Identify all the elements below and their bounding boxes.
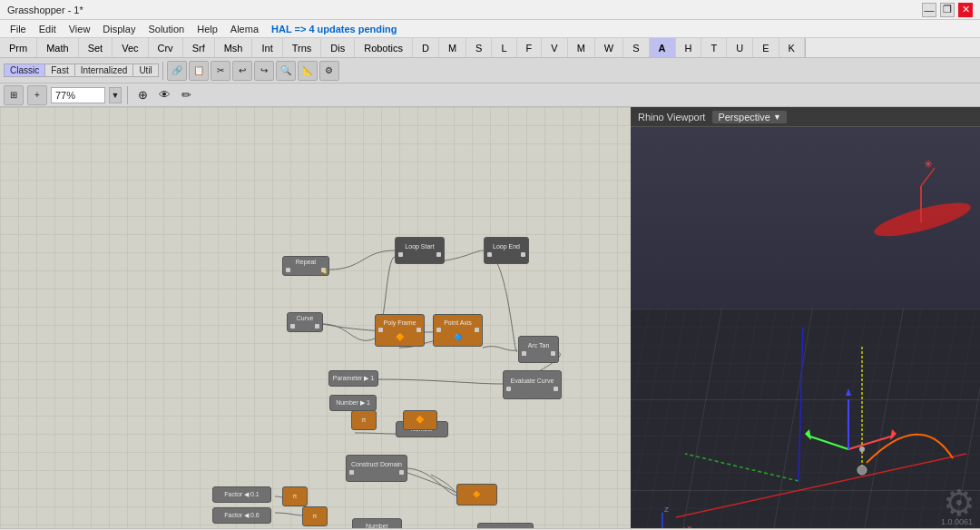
- toolbar-icon-5[interactable]: ↪: [254, 61, 274, 81]
- close-button[interactable]: ✕: [958, 3, 973, 17]
- hal-update-label[interactable]: HAL => 4 updates pending: [265, 23, 404, 35]
- tab-robotics[interactable]: Robotics: [355, 38, 413, 57]
- tab-s2[interactable]: S: [623, 38, 649, 57]
- node-construct-domain[interactable]: Construct Domain: [346, 455, 407, 482]
- pencil-icon[interactable]: ✏: [177, 86, 195, 104]
- grasshopper-canvas[interactable]: Loop Start Loop End Repeat ◀ 4 Curve Pol…: [0, 107, 631, 528]
- toolbar-icon-4[interactable]: ↩: [232, 61, 252, 81]
- zoom-dropdown-button[interactable]: ▼: [109, 87, 122, 103]
- mode-internalized[interactable]: Internalized: [75, 64, 134, 76]
- svg-text:X: X: [687, 525, 692, 528]
- minimize-button[interactable]: —: [922, 3, 936, 17]
- toolbar-icon-2[interactable]: 📋: [189, 61, 209, 81]
- navigate-icon[interactable]: ⊕: [133, 86, 152, 104]
- node-arctan[interactable]: Arc Tan: [518, 336, 559, 363]
- svg-text:Z: Z: [664, 505, 669, 514]
- tab-w[interactable]: W: [595, 38, 623, 57]
- node-evaluate[interactable]: Evaluate Curve: [503, 370, 562, 399]
- mode-classic[interactable]: Classic: [5, 64, 45, 76]
- rhino-viewport-title: Rhino Viewport: [638, 112, 705, 123]
- toolbar-icon-3[interactable]: ✂: [211, 61, 230, 81]
- toolbar-icon-8[interactable]: ⚙: [319, 61, 339, 81]
- tab-k[interactable]: K: [779, 38, 805, 57]
- zoom-fit-button[interactable]: ⊞: [4, 85, 24, 105]
- mode-util[interactable]: Util: [133, 64, 157, 76]
- toolbar-icon-1[interactable]: 🔗: [167, 61, 187, 81]
- tab-trns[interactable]: Trns: [283, 38, 322, 57]
- tab-group-prm: Prm Math Set Vec Crv Srf Msh Int Trns Di…: [0, 38, 806, 57]
- eye-icon[interactable]: 👁: [155, 86, 173, 104]
- node-pi3[interactable]: π: [302, 506, 328, 526]
- tab-a[interactable]: A: [650, 38, 676, 57]
- svg-point-14: [858, 466, 867, 475]
- toolbar-separator: [162, 62, 163, 80]
- tab-u[interactable]: U: [727, 38, 753, 57]
- version-text: 1.0.0061: [941, 517, 973, 526]
- node-alenove[interactable]: 🔶: [456, 484, 497, 505]
- zoom-separator: [127, 86, 128, 104]
- menu-alema[interactable]: Alema: [224, 23, 265, 35]
- tab-math[interactable]: Math: [37, 38, 78, 57]
- node-curve[interactable]: Curve: [287, 312, 323, 332]
- node-multiplication[interactable]: Multiplication: [477, 523, 534, 528]
- titlebar: Grasshopper - 1* — ❐ ✕: [0, 0, 980, 20]
- menu-file[interactable]: File: [4, 23, 33, 35]
- zoom-value-text: 77%: [55, 90, 75, 101]
- tab-set[interactable]: Set: [79, 38, 113, 57]
- zoom-value-display: 77%: [51, 87, 105, 103]
- node-repeat[interactable]: Repeat ◀ 4: [282, 256, 329, 276]
- perspective-label: Perspective: [718, 112, 769, 123]
- node-factor2[interactable]: Factor ◀ 0.6: [212, 507, 271, 524]
- tab-f[interactable]: F: [517, 38, 543, 57]
- menu-help[interactable]: Help: [191, 23, 224, 35]
- tab-int[interactable]: Int: [252, 38, 282, 57]
- app-title: Grasshopper - 1*: [7, 5, 83, 15]
- tab-m2[interactable]: M: [568, 38, 595, 57]
- zoom-in-button[interactable]: +: [27, 85, 47, 105]
- node-polyframe[interactable]: Poly Frame 🔶: [375, 314, 425, 347]
- menu-solution[interactable]: Solution: [142, 23, 191, 35]
- tab-msh[interactable]: Msh: [215, 38, 253, 57]
- node-pi1[interactable]: π: [351, 410, 377, 430]
- tab-v[interactable]: V: [542, 38, 567, 57]
- toolbar-icon-7[interactable]: 📐: [298, 61, 318, 81]
- svg-point-15: [859, 447, 865, 452]
- node-parameter[interactable]: Parameter ▶ 1: [328, 370, 378, 387]
- node-number1[interactable]: Number ▶ 1: [329, 395, 377, 411]
- node-factor1[interactable]: Factor ◀ 0.1: [212, 486, 271, 503]
- menu-view[interactable]: View: [63, 23, 97, 35]
- node-flamingo[interactable]: 🔶: [403, 410, 437, 430]
- tab-h[interactable]: H: [676, 38, 702, 57]
- rhino-grid-svg: ✳ X Y Z: [631, 127, 980, 528]
- rhino-viewport: Rhino Viewport Perspective ▼: [631, 107, 980, 528]
- tab-prm[interactable]: Prm: [0, 38, 37, 57]
- node-loopend[interactable]: Loop End: [484, 237, 529, 264]
- tab-l[interactable]: L: [492, 38, 516, 57]
- node-number3[interactable]: Number: [352, 518, 402, 528]
- tab-s[interactable]: S: [466, 38, 492, 57]
- tab-vec[interactable]: Vec: [113, 38, 148, 57]
- tab-t[interactable]: T: [701, 38, 727, 57]
- tab-e[interactable]: E: [753, 38, 779, 57]
- mode-selector: Classic Fast Internalized Util: [4, 64, 159, 77]
- svg-text:Y: Y: [637, 527, 642, 528]
- rhino-scene: ✳ X Y Z ⚙ 1.0.0061: [631, 127, 980, 528]
- node-pointaxis[interactable]: Point Axis 🔷: [433, 314, 483, 347]
- node-pi2[interactable]: π: [282, 486, 308, 506]
- toolbar-icon-6[interactable]: 🔍: [276, 61, 296, 81]
- node-loopstart[interactable]: Loop Start: [395, 237, 445, 264]
- tab-dis[interactable]: Dis: [321, 38, 355, 57]
- svg-rect-3: [631, 309, 980, 528]
- menu-edit[interactable]: Edit: [33, 23, 63, 35]
- tab-crv[interactable]: Crv: [149, 38, 183, 57]
- rhino-viewport-header: Rhino Viewport Perspective ▼: [631, 107, 980, 127]
- mode-fast[interactable]: Fast: [45, 64, 74, 76]
- maximize-button[interactable]: ❐: [940, 3, 955, 17]
- perspective-dropdown-icon: ▼: [773, 113, 781, 122]
- menu-display[interactable]: Display: [96, 23, 142, 35]
- tab-m[interactable]: M: [439, 38, 466, 57]
- tab-d[interactable]: D: [413, 38, 439, 57]
- component-tabbar: Prm Math Set Vec Crv Srf Msh Int Trns Di…: [0, 38, 980, 58]
- tab-srf[interactable]: Srf: [183, 38, 215, 57]
- perspective-dropdown[interactable]: Perspective ▼: [712, 111, 786, 123]
